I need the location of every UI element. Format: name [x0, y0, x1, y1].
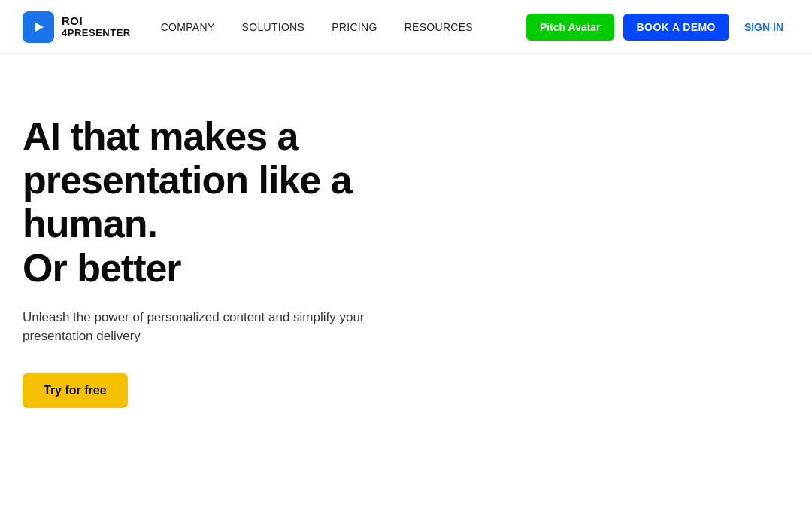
- logo-presenter: 4PRESENTER: [62, 28, 131, 38]
- logo[interactable]: ROI 4PRESENTER: [23, 11, 131, 43]
- hero-subtitle: Unleash the power of personalized conten…: [23, 308, 429, 346]
- hero-title-line3: Or better: [23, 246, 181, 290]
- nav-pricing[interactable]: PRICING: [332, 21, 377, 33]
- nav-actions: Pitch Avatar BOOK A DEMO SIGN IN: [526, 14, 789, 41]
- nav-resources[interactable]: RESOURCES: [404, 21, 473, 33]
- nav-links: COMPANY SOLUTIONS PRICING RESOURCES: [161, 21, 526, 33]
- hero-title-line1: AI that makes a: [23, 114, 298, 158]
- book-demo-button[interactable]: BOOK A DEMO: [623, 14, 729, 41]
- signin-button[interactable]: SIGN IN: [738, 14, 789, 41]
- nav-solutions[interactable]: SOLUTIONS: [242, 21, 305, 33]
- try-free-button[interactable]: Try for free: [23, 373, 128, 408]
- hero-section: AI that makes a presentation like a huma…: [0, 54, 451, 438]
- logo-text: ROI 4PRESENTER: [62, 15, 131, 38]
- hero-title: AI that makes a presentation like a huma…: [23, 114, 429, 290]
- nav-company[interactable]: COMPANY: [161, 21, 215, 33]
- logo-icon: [23, 11, 54, 43]
- navbar: ROI 4PRESENTER COMPANY SOLUTIONS PRICING…: [0, 0, 812, 54]
- hero-title-line2: presentation like a human.: [23, 158, 352, 245]
- pitch-avatar-button[interactable]: Pitch Avatar: [526, 14, 614, 41]
- logo-roi: ROI: [62, 15, 131, 28]
